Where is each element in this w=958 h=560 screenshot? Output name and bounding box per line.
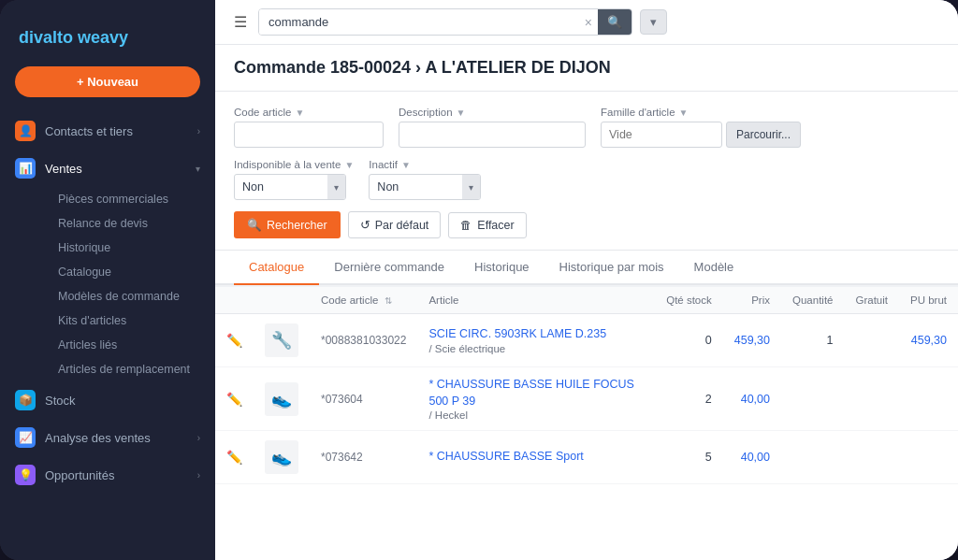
col-qte-stock: Qté stock — [655, 287, 723, 314]
filter-icon-inactif: ▼ — [401, 160, 411, 170]
pu-brut-cell-3 — [899, 431, 958, 484]
quantite-cell-1: 1 — [781, 314, 844, 367]
sidebar-section-contacts: 👤 Contacts et tiers › — [0, 112, 215, 150]
chevron-right-icon: › — [197, 126, 200, 136]
sidebar-item-analyse[interactable]: 📈 Analyse des ventes › — [0, 419, 215, 456]
stock-icon: 📦 — [15, 390, 36, 410]
qte-cell-2: 2 — [655, 367, 723, 431]
indisponible-label: Indisponible à la vente ▼ — [234, 159, 354, 170]
sidebar-item-contacts[interactable]: 👤 Contacts et tiers › — [0, 112, 215, 150]
sidebar-item-historique[interactable]: Historique — [43, 236, 215, 260]
sidebar-label-opportunites: Opportunités — [45, 468, 114, 482]
search-clear-icon[interactable]: × — [579, 11, 598, 34]
product-image-1: 🔧 — [265, 323, 298, 357]
prix-cell-2: 40,00 — [723, 367, 781, 431]
tab-historique[interactable]: Historique — [459, 251, 544, 285]
search-container: × 🔍 — [258, 8, 632, 36]
sidebar-item-modeles[interactable]: Modèles de commande — [43, 284, 215, 309]
filter-icon-desc: ▼ — [457, 108, 466, 118]
inactif-label: Inactif ▼ — [369, 159, 481, 170]
table-body: ✏️ 🔧 *0088381033022 SCIE CIRC. 5903RK LA… — [215, 314, 958, 484]
table-header-row: Code article ⇅ Article Qté stock Prix Qu… — [215, 287, 958, 314]
sidebar-item-stock[interactable]: 📦 Stock — [0, 381, 215, 419]
code-cell-1: *0088381033022 — [310, 314, 417, 367]
tab-modele[interactable]: Modèle — [679, 251, 749, 285]
col-edit — [215, 287, 254, 314]
col-code-article: Code article ⇅ — [310, 287, 417, 314]
sidebar-label-analyse: Analyse des ventes — [45, 431, 151, 445]
sidebar-item-articles-remplacement[interactable]: Articles de remplacement — [43, 357, 215, 381]
ventes-submenu: Pièces commerciales Relance de devis His… — [0, 187, 215, 381]
sidebar-item-ventes[interactable]: 📊 Ventes ▾ — [0, 150, 215, 187]
indisponible-select[interactable]: Non ▾ — [234, 174, 346, 200]
product-sub-1: / Scie électrique — [428, 343, 644, 354]
edit-icon-2[interactable]: ✏️ — [226, 392, 242, 407]
sidebar-item-kits[interactable]: Kits d'articles — [43, 309, 215, 333]
product-name-1: SCIE CIRC. 5903RK LAME D.235 — [428, 326, 644, 343]
browse-button[interactable]: Parcourir... — [726, 122, 801, 148]
product-table-container: Code article ⇅ Article Qté stock Prix Qu… — [215, 287, 958, 560]
sidebar-section-analyse: 📈 Analyse des ventes › — [0, 419, 215, 456]
page-title: Commande 185-00024 › A L'ATELIER DE DIJO… — [234, 58, 939, 78]
tabs-bar: Catalogue Dernière commande Historique H… — [215, 251, 958, 285]
qte-cell-3: 5 — [655, 431, 723, 484]
sidebar-item-catalogue[interactable]: Catalogue — [43, 260, 215, 284]
menu-icon[interactable]: ☰ — [230, 9, 251, 35]
filter-icon-famille: ▼ — [679, 108, 689, 118]
product-name-2: * CHAUSSURE BASSE HUILE FOCUS 500 P 39 — [428, 377, 644, 409]
filter-icon-indisponible: ▼ — [344, 160, 354, 170]
search-dropdown[interactable]: ▾ — [640, 9, 667, 35]
sidebar-item-articles-lies[interactable]: Articles liés — [43, 333, 215, 357]
indisponible-value: Non — [235, 176, 327, 198]
filter-row-2: Indisponible à la vente ▼ Non ▾ Inactif … — [234, 159, 939, 200]
inactif-value: Non — [370, 176, 462, 198]
quantite-cell-2 — [781, 367, 844, 431]
col-article: Article — [417, 287, 655, 314]
reset-icon: ↺ — [360, 218, 370, 232]
sort-icon-code[interactable]: ⇅ — [385, 295, 392, 306]
sidebar-section-stock: 📦 Stock — [0, 381, 215, 419]
opportunites-icon: 💡 — [15, 465, 36, 485]
product-code-2: *073604 — [321, 393, 363, 406]
pu-brut-cell-1: 459,30 — [899, 314, 958, 367]
product-name-3: * CHAUSSURE BASSE Sport — [428, 449, 644, 466]
code-article-input[interactable] — [234, 122, 384, 148]
tab-catalogue[interactable]: Catalogue — [234, 251, 319, 285]
indisponible-arrow[interactable]: ▾ — [327, 175, 345, 199]
trash-icon: 🗑 — [460, 219, 472, 232]
indisponible-field: Indisponible à la vente ▼ Non ▾ — [234, 159, 354, 200]
tab-derniere-commande[interactable]: Dernière commande — [319, 251, 459, 285]
col-gratuit: Gratuit — [844, 287, 899, 314]
chevron-right-icon: › — [197, 470, 200, 481]
description-input[interactable] — [399, 122, 586, 148]
product-code-1: *0088381033022 — [321, 334, 406, 347]
inactif-select[interactable]: Non ▾ — [369, 174, 481, 200]
table-row: ✏️ 👟 *073604 * CHAUSSURE BASSE HUILE FOC… — [215, 367, 958, 431]
sidebar-item-relance[interactable]: Relance de devis — [43, 211, 215, 236]
sidebar-item-opportunites[interactable]: 💡 Opportunités › — [0, 456, 215, 494]
code-article-field: Code article ▼ — [234, 107, 384, 148]
par-defaut-button[interactable]: ↺ Par défaut — [348, 211, 442, 238]
chevron-down-icon: ▾ — [196, 164, 200, 174]
code-article-label: Code article ▼ — [234, 107, 384, 118]
edit-icon-1[interactable]: ✏️ — [226, 333, 242, 348]
search-icon-btn: 🔍 — [247, 218, 262, 232]
main-content: ☰ × 🔍 ▾ Commande 185-00024 › A L'ATELIER… — [215, 0, 958, 560]
tab-historique-mois[interactable]: Historique par mois — [544, 251, 679, 285]
sidebar-label-contacts: Contacts et tiers — [45, 124, 133, 138]
search-button[interactable]: 🔍 — [598, 9, 631, 35]
new-button[interactable]: + Nouveau — [15, 66, 200, 97]
inactif-arrow[interactable]: ▾ — [462, 175, 480, 199]
search-input[interactable] — [259, 9, 579, 35]
rechercher-button[interactable]: 🔍 Rechercher — [234, 211, 341, 238]
chevron-right-icon: › — [197, 433, 200, 443]
qte-cell-1: 0 — [655, 314, 723, 367]
logo: divalto weavy — [19, 28, 196, 48]
form-actions: 🔍 Rechercher ↺ Par défaut 🗑 Effacer — [234, 211, 939, 250]
topbar: ☰ × 🔍 ▾ — [215, 0, 958, 45]
inactif-field: Inactif ▼ Non ▾ — [369, 159, 481, 200]
effacer-button[interactable]: 🗑 Effacer — [448, 212, 526, 238]
edit-icon-3[interactable]: ✏️ — [226, 450, 242, 465]
sidebar-item-pieces[interactable]: Pièces commerciales — [43, 187, 215, 211]
famille-input[interactable] — [601, 122, 722, 148]
